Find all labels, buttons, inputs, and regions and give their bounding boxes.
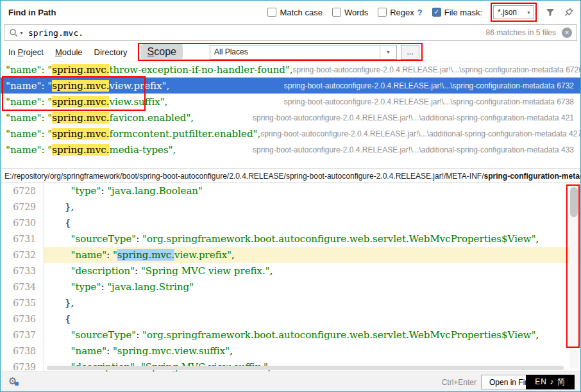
horizontal-scrollbar[interactable] [47,366,564,370]
preview-file-path: E:/repository/org/springframework/boot/s… [1,168,580,183]
search-icon[interactable]: ▼ [9,28,24,37]
code-text: "type": "java.lang.String" [44,279,580,295]
option-match-case[interactable]: Match case [267,8,322,17]
search-input[interactable] [28,28,221,38]
result-prefix: "name": " [6,128,52,140]
result-location: spring-boot-autoconfigure-2.0.4.RELEASE.… [253,145,574,154]
file-mask-checkbox[interactable]: ✓ [432,8,441,17]
vertical-scrollbar[interactable] [569,185,578,368]
code-token: "sourceType" [71,233,137,245]
scope-tab-in-project[interactable]: In Project [8,47,44,57]
line-number: 6728 [1,183,44,199]
code-token: view.prefix" [174,249,232,261]
code-token: "name" [71,345,107,357]
code-text: }, [44,199,580,215]
code-token [53,233,71,245]
code-token [53,249,71,261]
code-line: 6736 { [1,311,580,327]
code-token: "type" [71,281,101,293]
close-icon[interactable]: ✕ [562,28,572,38]
code-token: "sourceType" [71,329,137,341]
code-token: "java.lang.String" [107,281,194,293]
code-token: "Spring MVC view prefix." [141,265,270,277]
chevron-down-icon: ▼ [19,31,24,35]
result-match-highlight: spring.mvc. [52,64,109,76]
code-line: 6737 "sourceType": "org.springframework.… [1,327,580,343]
code-text: "sourceType": "org.springframework.boot.… [44,231,580,247]
result-suffix: view.suffix", [109,96,167,108]
line-number: 6739 [1,359,44,372]
footer-bar: ⚙ Ctrl+Enter Open in Fin EN ♪ 简 [1,372,580,391]
line-number: 6733 [1,263,44,279]
code-text: "sourceType": "org.springframework.boot.… [44,327,580,343]
pin-icon[interactable] [564,7,574,17]
chevron-down-icon: ▼ [524,10,534,15]
line-number: 6731 [1,231,44,247]
scope-tab-directory[interactable]: Directory [94,47,128,57]
code-text: }, [44,295,580,311]
combo-arrow[interactable]: ▼ [380,45,396,59]
result-suffix: throw-exception-if-no-handler-found", [109,64,292,76]
result-location: spring-boot-autoconfigure-2.0.4.RELEASE.… [253,113,574,122]
gear-icon[interactable]: ⚙ [8,376,17,386]
result-match-highlight: spring.mvc. [52,128,109,140]
code-token: : [106,345,113,357]
scope-combo[interactable]: All Places ▼ [210,45,397,60]
option-file-mask[interactable]: ✓File mask: [432,8,482,17]
result-row[interactable]: "name": "spring.mvc.view.suffix",spring-… [1,94,580,110]
code-token: : [101,281,107,293]
result-row[interactable]: "name": "spring.mvc.formcontent.putfilte… [1,126,580,142]
filter-icon[interactable] [545,7,555,17]
dialog-header: Find in Path Match caseWordsRegex?✓File … [1,1,580,24]
scope-tab-scope[interactable]: Scope [141,44,183,59]
code-token: "org.springframework.boot.autoconfigure.… [142,233,536,245]
line-number: 6729 [1,199,44,215]
code-token: : [136,329,142,341]
code-text: "name": "spring.mvc.view.prefix", [44,247,580,263]
code-preview[interactable]: 6728 "type": "java.lang.Boolean"6729 },6… [1,183,580,372]
option-words[interactable]: Words [332,8,368,17]
result-row[interactable]: "name": "spring.mvc.favicon.enabled",spr… [1,110,580,126]
scrollbar-thumb[interactable] [570,187,578,217]
code-match-highlight: spring.mvc. [117,249,174,261]
result-prefix: "name": " [6,144,52,156]
ime-indicator: EN ♪ 简 [526,375,575,389]
code-token: "org.springframework.boot.autoconfigure.… [142,329,536,341]
code-text: "description": "Spring MVC view prefix."… [44,263,580,279]
code-token: , [270,265,273,277]
code-token: "type" [71,185,101,197]
regex-help-link[interactable]: ? [417,8,423,17]
line-number: 6734 [1,279,44,295]
browse-scopes-button[interactable]: ... [401,45,419,60]
result-suffix: formcontent.putfilter.enabled", [109,128,260,140]
find-in-path-dialog: Find in Path Match caseWordsRegex?✓File … [0,0,581,392]
dialog-title: Find in Path [8,8,56,17]
result-row[interactable]: "name": "spring.mvc.media-types",spring-… [1,142,580,158]
result-row[interactable]: "name": "spring.mvc.throw-exception-if-n… [1,61,580,78]
toolbar-options: Match caseWordsRegex?✓File mask: [267,8,482,17]
words-checkbox[interactable] [332,8,341,17]
code-line: 6734 "type": "java.lang.String" [1,279,580,295]
code-line: 6731 "sourceType": "org.springframework.… [1,231,580,247]
scope-value: All Places [214,47,248,56]
code-line: 6732 "name": "spring.mvc.view.prefix", [1,247,580,263]
result-prefix: "name": " [6,96,52,108]
scope-tab-module[interactable]: Module [55,47,83,57]
code-token [53,265,71,277]
match-case-checkbox[interactable] [267,8,276,17]
code-line: 6730 { [1,215,580,231]
result-location: spring-boot-autoconfigure-2.0.4.RELEASE.… [284,81,574,90]
code-token [53,329,71,341]
file-mask-combo[interactable]: *.json ▼ [493,5,534,19]
result-location: spring-boot-autoconfigure-2.0.4.RELEASE.… [260,129,580,138]
file-path-bold: spring-configuration-metada [484,172,580,181]
result-row[interactable]: "name": "spring.mvc.view.prefix",spring-… [1,78,580,94]
result-prefix: "name": " [6,64,52,76]
regex-checkbox[interactable] [378,8,387,17]
code-token: "java.lang.Boolean" [107,185,203,197]
search-field[interactable]: ▼ 86 matches in 5 files ✕ [4,24,577,41]
option-regex[interactable]: Regex? [378,8,423,17]
code-token [53,185,71,197]
result-text: "name": "spring.mvc.throw-exception-if-n… [6,64,293,76]
code-token: { [53,217,71,229]
